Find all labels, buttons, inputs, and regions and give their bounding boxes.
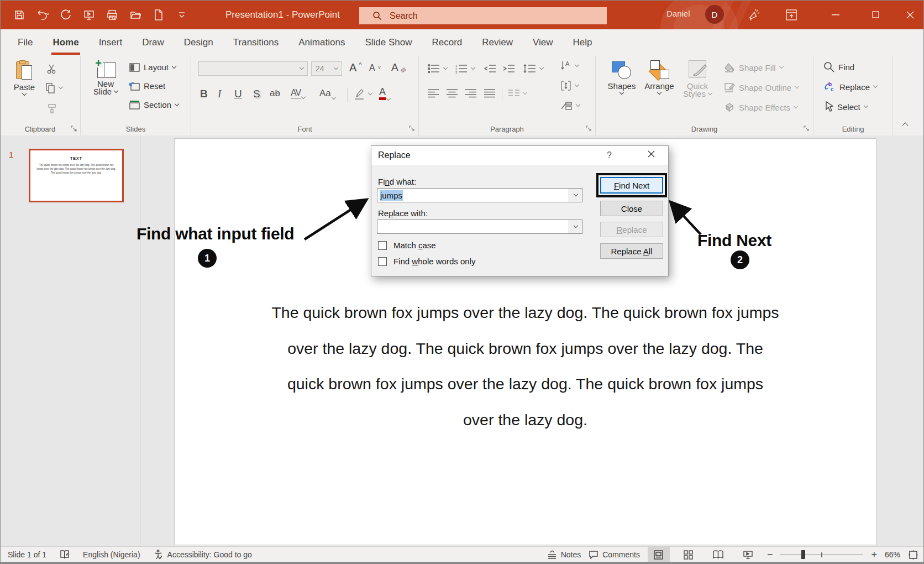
new-document-icon[interactable] xyxy=(151,8,166,22)
accessibility-status[interactable]: Accessibility: Good to go xyxy=(167,550,252,559)
notes-toggle[interactable]: Notes xyxy=(547,547,581,562)
numbering-button[interactable]: 123 xyxy=(455,64,475,74)
zoom-in-button[interactable]: + xyxy=(871,549,877,561)
font-color-button[interactable]: A xyxy=(379,87,390,100)
find-next-button[interactable]: Find Next xyxy=(600,177,663,194)
tab-file[interactable]: File xyxy=(10,29,40,56)
zoom-out-button[interactable]: − xyxy=(767,549,773,561)
find-what-dropdown-button[interactable] xyxy=(569,189,582,202)
clear-formatting-button[interactable]: A xyxy=(391,61,406,74)
convert-to-smartart-button[interactable] xyxy=(560,100,580,111)
select-button[interactable]: Select xyxy=(823,101,868,112)
collapse-ribbon-button[interactable] xyxy=(903,120,907,130)
text-direction-button[interactable]: A xyxy=(560,60,579,71)
slide-text-box[interactable]: The quick brown fox jumps over the lazy … xyxy=(175,295,876,437)
language-indicator[interactable]: English (Nigeria) xyxy=(83,550,140,559)
tab-draw[interactable]: Draw xyxy=(134,29,172,56)
tab-design[interactable]: Design xyxy=(176,29,221,56)
tab-home[interactable]: Home xyxy=(45,29,86,56)
clipboard-dialog-launcher[interactable] xyxy=(71,126,77,132)
avatar[interactable]: D xyxy=(705,5,724,24)
slideshow-view-button[interactable] xyxy=(737,547,759,562)
tab-insert[interactable]: Insert xyxy=(91,29,130,56)
tab-help[interactable]: Help xyxy=(565,29,600,56)
character-spacing-button[interactable]: AV xyxy=(291,88,305,98)
redo-icon[interactable] xyxy=(59,8,73,22)
zoom-slider[interactable] xyxy=(780,547,863,562)
tab-transitions[interactable]: Transitions xyxy=(225,29,287,56)
find-button[interactable]: Find xyxy=(823,61,854,72)
quick-styles-button[interactable]: Quick Styles xyxy=(680,60,715,98)
copy-button[interactable] xyxy=(45,82,62,93)
dialog-help-button[interactable]: ? xyxy=(607,150,612,160)
comments-toggle[interactable]: Comments xyxy=(589,547,640,562)
align-center-button[interactable] xyxy=(447,89,458,98)
find-what-input[interactable]: jumps xyxy=(377,188,582,202)
new-slide-button[interactable]: + New Slide xyxy=(88,60,123,96)
tab-view[interactable]: View xyxy=(525,29,561,56)
print-icon[interactable] xyxy=(105,8,119,22)
restore-button[interactable] xyxy=(860,0,891,29)
shrink-font-button[interactable]: A^ xyxy=(369,63,380,73)
replace-all-button[interactable]: Replace All xyxy=(600,243,663,259)
reading-view-button[interactable] xyxy=(707,547,729,562)
zoom-level[interactable]: 66% xyxy=(885,550,900,559)
open-file-icon[interactable] xyxy=(128,8,143,22)
highlight-color-button[interactable] xyxy=(354,88,372,100)
layout-button[interactable]: Layout xyxy=(129,62,176,72)
section-button[interactable]: Section xyxy=(129,100,179,109)
customize-qat-icon[interactable] xyxy=(175,8,189,22)
slide-sorter-view-button[interactable] xyxy=(678,547,700,562)
reset-button[interactable]: Reset xyxy=(129,81,165,91)
increase-indent-button[interactable] xyxy=(503,64,515,74)
arrange-button[interactable]: Arrange xyxy=(642,60,676,94)
tab-slide-show[interactable]: Slide Show xyxy=(357,29,419,56)
align-left-button[interactable] xyxy=(428,89,439,98)
normal-view-button[interactable] xyxy=(648,547,670,562)
cut-button[interactable] xyxy=(46,64,57,75)
replace-with-input[interactable] xyxy=(377,220,582,234)
tab-animations[interactable]: Animations xyxy=(291,29,353,56)
change-case-button[interactable]: Aa xyxy=(319,88,335,99)
ribbon-display-options-icon[interactable] xyxy=(785,9,797,21)
slide-counter[interactable]: Slide 1 of 1 xyxy=(8,550,46,559)
shape-outline-button[interactable]: Shape Outline xyxy=(724,82,799,92)
coming-soon-megaphone-icon[interactable] xyxy=(747,8,760,22)
close-button[interactable] xyxy=(896,0,924,29)
justify-button[interactable] xyxy=(484,89,495,98)
paragraph-dialog-launcher[interactable] xyxy=(586,126,592,132)
close-dialog-button[interactable]: Close xyxy=(600,201,663,216)
whole-words-checkbox[interactable] xyxy=(378,257,387,266)
font-name-combobox[interactable] xyxy=(198,61,308,76)
grow-font-button[interactable]: A^ xyxy=(349,61,362,74)
shapes-button[interactable]: Shapes xyxy=(606,60,638,94)
spell-check-icon[interactable] xyxy=(60,550,70,560)
align-right-button[interactable] xyxy=(465,89,476,98)
font-dialog-launcher[interactable] xyxy=(409,126,415,132)
shape-effects-button[interactable]: Shape Effects xyxy=(724,102,797,112)
decrease-indent-button[interactable] xyxy=(484,64,496,74)
line-spacing-button[interactable] xyxy=(523,64,543,74)
replace-action-button[interactable]: Replace xyxy=(600,222,663,237)
replace-with-dropdown-button[interactable] xyxy=(569,220,582,233)
columns-button[interactable] xyxy=(508,89,527,98)
tab-record[interactable]: Record xyxy=(424,29,470,56)
underline-button[interactable]: U xyxy=(234,88,242,100)
strikethrough-button[interactable]: ab xyxy=(270,88,280,99)
minimize-button[interactable] xyxy=(820,0,851,29)
text-shadow-button[interactable]: S xyxy=(253,88,260,100)
dialog-title-bar[interactable]: Replace ? xyxy=(371,146,668,165)
bullets-button[interactable] xyxy=(428,64,447,74)
format-painter-button[interactable] xyxy=(46,103,57,114)
start-slideshow-icon[interactable] xyxy=(82,8,96,22)
replace-button[interactable]: bc Replace xyxy=(823,81,877,92)
undo-icon[interactable] xyxy=(35,8,50,22)
tab-review[interactable]: Review xyxy=(474,29,521,56)
save-icon[interactable] xyxy=(12,8,27,22)
match-case-checkbox[interactable] xyxy=(378,241,387,250)
slide-thumbnail[interactable]: TEXT The quick brown fox jumps over the … xyxy=(29,149,124,202)
paste-button[interactable]: Paste xyxy=(10,60,39,95)
bold-button[interactable]: B xyxy=(200,88,208,100)
search-input[interactable]: Search xyxy=(359,7,607,24)
font-size-combobox[interactable]: 24 xyxy=(311,61,342,76)
